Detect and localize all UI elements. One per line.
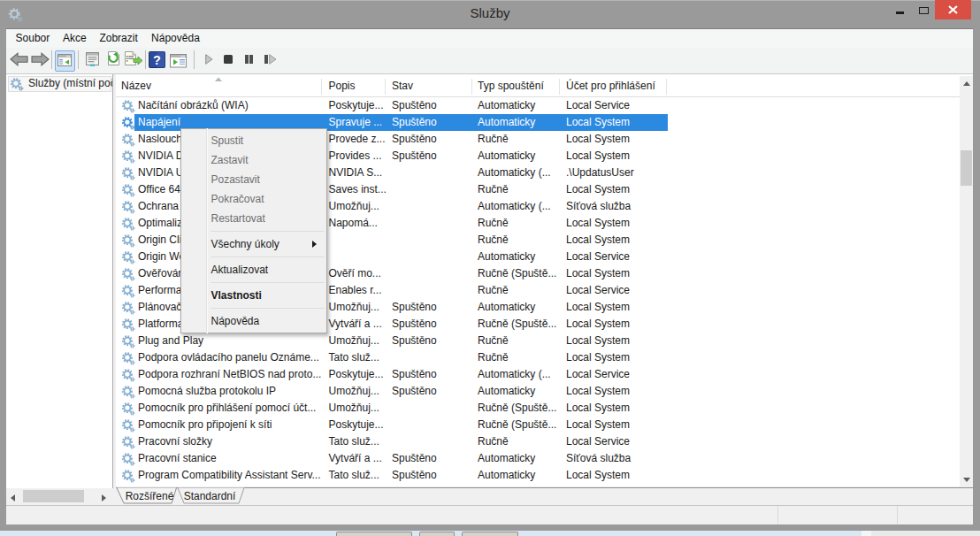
svg-text:?: ? — [153, 52, 161, 66]
svg-text:Rozšířené: Rozšířené — [126, 490, 174, 502]
svg-text:Standardní: Standardní — [184, 490, 236, 502]
